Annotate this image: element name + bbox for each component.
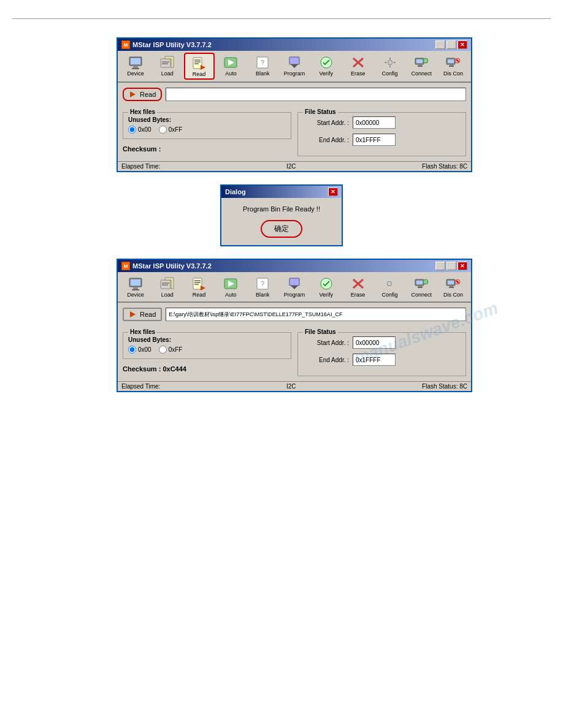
- toolbar-load-2[interactable]: Load: [152, 274, 183, 300]
- unused-bytes-label-2: Unused Bytes:: [128, 336, 286, 343]
- svg-rect-39: [132, 289, 139, 290]
- toolbar-read-2[interactable]: Read: [184, 274, 215, 300]
- toolbar-discon-1[interactable]: Dis Con: [438, 53, 469, 80]
- toolbar-blank-1[interactable]: ? Blank: [247, 53, 278, 80]
- elapsed-time-1: Elapsed Time:: [121, 163, 160, 170]
- svg-marker-48: [201, 286, 205, 290]
- svg-point-28: [423, 58, 428, 63]
- svg-marker-18: [291, 64, 298, 68]
- end-addr-label-1: End Addr. :: [303, 137, 349, 143]
- hex-files-title-2: Hex files: [128, 328, 157, 335]
- radio-0xff-2[interactable]: 0xFF: [159, 346, 183, 354]
- window-1-title: MStar ISP Utility V3.7.7.2: [132, 41, 212, 48]
- minimize-btn-1[interactable]: _: [435, 40, 445, 49]
- toolbar-erase-1[interactable]: Erase: [343, 53, 373, 80]
- toolbar-program-2[interactable]: Program: [279, 274, 310, 300]
- toolbar-1: Device Load Read: [118, 51, 471, 83]
- path-input-1[interactable]: [166, 88, 466, 101]
- read-button-label-1: Read: [140, 91, 156, 98]
- title-icon-1: M: [121, 40, 130, 49]
- protocol-1: I2C: [286, 163, 296, 170]
- toolbar-config-2[interactable]: Config: [375, 274, 405, 300]
- toolbar-config-1[interactable]: Config: [375, 53, 405, 80]
- radio-0xff-1[interactable]: 0xFF: [159, 126, 183, 134]
- connect-icon-2: [413, 276, 430, 292]
- blank-label-1: Blank: [256, 70, 270, 77]
- close-btn-1[interactable]: ✕: [458, 40, 467, 49]
- read-label-1: Read: [193, 71, 206, 77]
- svg-rect-32: [449, 66, 454, 67]
- load-label-2: Load: [161, 292, 174, 298]
- read-icon-2: [191, 276, 208, 292]
- read-button-2[interactable]: Read: [123, 308, 162, 321]
- auto-icon-2: [222, 276, 239, 292]
- path-input-2[interactable]: [166, 308, 466, 321]
- main-content-1: Hex files Unused Bytes: 0x00 0xFF: [123, 107, 466, 156]
- erase-icon-2: [350, 276, 367, 292]
- toolbar-auto-2[interactable]: Auto: [215, 274, 246, 300]
- read-btn-icon-1: [129, 90, 137, 99]
- discon-icon-1: [445, 55, 462, 70]
- radio-0x00-1[interactable]: 0x00: [128, 126, 151, 134]
- toolbar-blank-2[interactable]: ? Blank: [247, 274, 278, 300]
- blank-label-2: Blank: [256, 292, 270, 298]
- start-addr-row-2: Start Addr. :: [303, 336, 461, 349]
- read-icon-1: [191, 55, 208, 71]
- toolbar-discon-2[interactable]: Dis Con: [438, 274, 469, 300]
- toolbar-device-1[interactable]: Device: [120, 53, 151, 80]
- window-2-controls: _ □ ✕: [435, 262, 467, 270]
- dialog-window: Dialog ✕ Program Bin File Ready !! 确定: [220, 184, 343, 246]
- config-label-2: Config: [381, 292, 397, 298]
- maximize-btn-2[interactable]: □: [446, 262, 456, 270]
- close-btn-2[interactable]: ✕: [458, 262, 467, 270]
- svg-rect-3: [132, 68, 139, 69]
- svg-rect-25: [416, 59, 423, 63]
- read-label-2: Read: [193, 292, 206, 298]
- program-icon-1: [286, 55, 303, 70]
- verify-label-2: Verify: [320, 292, 334, 298]
- end-addr-input-1[interactable]: [353, 134, 396, 146]
- device-icon-2: [127, 276, 144, 292]
- connect-label-2: Connect: [411, 292, 432, 298]
- toolbar-verify-1[interactable]: Verify: [311, 53, 342, 80]
- svg-rect-62: [418, 286, 422, 287]
- connect-icon-1: [413, 55, 430, 70]
- page-container: M MStar ISP Utility V3.7.7.2 _ □ ✕ Devic…: [12, 12, 551, 411]
- svg-rect-31: [450, 64, 453, 66]
- start-addr-input-2[interactable]: [353, 336, 396, 349]
- title-icon-2: M: [121, 262, 130, 270]
- dialog-close-btn[interactable]: ✕: [328, 188, 338, 196]
- toolbar-load-1[interactable]: Load: [152, 53, 183, 80]
- toolbar-auto-1[interactable]: Auto: [216, 53, 247, 80]
- config-icon-1: [381, 55, 399, 70]
- hex-files-group-1: Hex files Unused Bytes: 0x00 0xFF: [123, 112, 291, 139]
- svg-rect-53: [289, 278, 299, 286]
- dialog-titlebar: Dialog ✕: [221, 186, 342, 198]
- unused-bytes-label-1: Unused Bytes:: [128, 116, 286, 123]
- svg-rect-66: [448, 281, 454, 284]
- toolbar-connect-2[interactable]: Connect: [406, 274, 437, 300]
- dialog-ok-button[interactable]: 确定: [261, 220, 302, 238]
- read-button-1[interactable]: Read: [123, 88, 162, 101]
- maximize-btn-1[interactable]: □: [446, 40, 456, 49]
- read-row-2: Read: [123, 308, 466, 321]
- radio-0x00-2[interactable]: 0x00: [128, 346, 151, 354]
- window-1-body: Read Hex files Unused Bytes:: [118, 83, 471, 161]
- toolbar-program-1[interactable]: Program: [279, 53, 310, 80]
- svg-marker-71: [130, 311, 136, 317]
- toolbar-connect-1[interactable]: Connect: [406, 53, 437, 80]
- toolbar-read-1[interactable]: Read: [184, 53, 215, 80]
- toolbar-device-2[interactable]: Device: [120, 274, 151, 300]
- file-status-group-2: File Status Start Addr. : End Addr. :: [297, 332, 466, 376]
- protocol-2: I2C: [286, 383, 296, 390]
- toolbar-verify-2[interactable]: Verify: [311, 274, 342, 300]
- start-addr-input-1[interactable]: [353, 116, 396, 129]
- svg-rect-7: [162, 63, 168, 64]
- verify-label-1: Verify: [320, 70, 334, 77]
- end-addr-input-2[interactable]: [353, 354, 396, 366]
- minimize-btn-2[interactable]: _: [435, 262, 445, 270]
- verify-icon-2: [318, 276, 335, 292]
- end-addr-label-2: End Addr. :: [303, 357, 349, 363]
- toolbar-erase-2[interactable]: Erase: [343, 274, 373, 300]
- checksum-row-1: Checksum :: [123, 145, 291, 153]
